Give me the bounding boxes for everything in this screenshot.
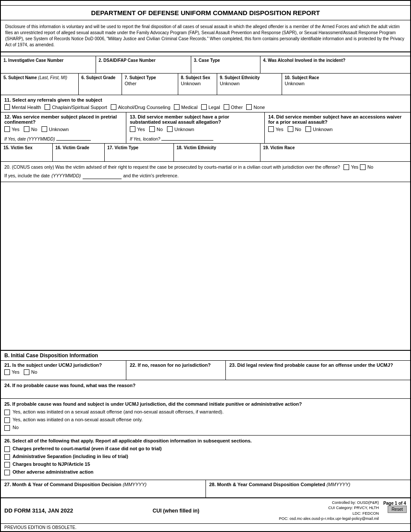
q14-unknown-checkbox[interactable] (305, 126, 311, 132)
q28-label-text: 28. Month & Year Command Disposition Com… (209, 482, 325, 487)
q13-label: 13. Did service member subject have a pr… (130, 114, 261, 125)
referral-legal-label: Legal (209, 105, 220, 110)
referral-medical-checkbox[interactable] (174, 104, 180, 110)
referral-legal-checkbox[interactable] (201, 104, 207, 110)
q12-date-field[interactable] (56, 135, 91, 141)
subject-grade-value[interactable] (81, 81, 119, 93)
row-referrals: 11. Select any referrals given to the su… (1, 95, 410, 112)
q22-input[interactable] (130, 369, 222, 375)
q13-no-label: No (157, 127, 163, 132)
case-type-value[interactable] (194, 64, 257, 71)
q27-input[interactable] (4, 489, 202, 494)
alcohol-value[interactable] (263, 64, 408, 71)
q14-yes: Yes (268, 126, 283, 132)
q20-yes-item: Yes (344, 164, 358, 171)
q20-yes-checkbox[interactable] (344, 164, 349, 170)
referral-chaplain-checkbox[interactable] (45, 104, 50, 110)
q26-opt2-checkbox[interactable] (4, 454, 10, 460)
victim-grade-input[interactable] (55, 151, 102, 156)
victim-sex-value[interactable] (3, 151, 50, 160)
referral-medical-label: Medical (181, 105, 198, 110)
victim-race-value[interactable] (263, 151, 408, 160)
q20-no-checkbox[interactable] (360, 164, 366, 170)
q12-unknown-checkbox[interactable] (42, 126, 47, 132)
col-q12: 12. Was service member subject placed in… (1, 112, 126, 143)
q13-yes-checkbox[interactable] (130, 126, 135, 132)
q13-no-checkbox[interactable] (149, 126, 155, 132)
q14-yes-checkbox[interactable] (268, 126, 274, 132)
subject-name-input[interactable] (3, 81, 76, 86)
victim-race-input[interactable] (263, 151, 408, 156)
victim-ethnicity-value[interactable] (177, 151, 257, 160)
q28-input[interactable] (209, 489, 407, 494)
subject-name-value[interactable] (3, 81, 76, 93)
q28-value[interactable] (209, 489, 407, 496)
referral-none-checkbox[interactable] (246, 104, 252, 110)
victim-grade-value[interactable] (55, 151, 102, 160)
subject-ethnicity-label: 9. Subject Ethnicity (220, 75, 279, 80)
victim-ethnicity-input[interactable] (177, 151, 257, 156)
q14-no-checkbox[interactable] (288, 126, 293, 132)
q20-date-field[interactable] (83, 173, 122, 179)
referral-chaplain: Chaplain/Spiritual Support (45, 104, 107, 110)
q13-unknown-checkbox[interactable] (167, 126, 173, 132)
footer-prev-text: PREVIOUS EDITION IS OBSOLETE. (4, 525, 77, 530)
cell-victim-type: 17. Victim Type (105, 144, 174, 161)
q25-opt2-checkbox[interactable] (4, 417, 10, 423)
q13-label-text: 13. Did service member subject have a pr… (130, 114, 229, 125)
form-page: DEPARTMENT OF DEFENSE UNIFORM COMMAND DI… (0, 0, 411, 532)
q22-value[interactable] (130, 369, 222, 378)
alcohol-input[interactable] (263, 64, 408, 69)
dsaid-value[interactable] (99, 64, 188, 71)
q21-no-checkbox[interactable] (24, 369, 29, 375)
inv-case-value[interactable] (3, 64, 93, 71)
row-q20: 20. (CONUS cases only) Was the victim ad… (1, 162, 410, 182)
referral-other-checkbox[interactable] (224, 104, 229, 110)
reset-button[interactable]: Reset (388, 506, 407, 513)
q26-opt1-row: Charges preferred to court-martial (even… (4, 446, 407, 452)
victim-type-label-text: 17. Victim Type (107, 145, 138, 150)
q23-value[interactable] (229, 369, 407, 378)
referral-alcohol: Alcohol/Drug Counseling (111, 104, 170, 110)
q25-opt2-label: Yes, action was initiated on a non-sexua… (13, 417, 143, 422)
col-q23: 23. Did legal review find probable cause… (226, 361, 410, 380)
q13-location-field[interactable] (161, 135, 213, 141)
q24-value[interactable] (4, 388, 407, 396)
q12-yes-checkbox[interactable] (4, 126, 10, 132)
footer-main: DD FORM 3114, JAN 2022 CUI (when filled … (1, 498, 410, 523)
q13-yes-label: Yes (137, 127, 145, 132)
subject-race-label-text: 10. Subject Race (285, 75, 319, 80)
q26-label: 26. Select all of the following that app… (4, 438, 407, 443)
subject-grade-input[interactable] (81, 81, 119, 86)
case-type-input[interactable] (194, 64, 257, 69)
victim-type-label: 17. Victim Type (107, 145, 171, 150)
q13-location-label: If Yes, location? (130, 137, 160, 141)
q27-value[interactable] (4, 489, 202, 496)
victim-type-input[interactable] (107, 151, 171, 156)
alcohol-label: 4. Was Alcohol Involved in the incident? (263, 58, 408, 63)
referral-mental-health-checkbox[interactable] (4, 104, 10, 110)
q24-input[interactable] (4, 388, 407, 393)
inv-case-input[interactable] (3, 64, 93, 69)
q25-opt3-checkbox[interactable] (4, 425, 10, 431)
q26-opt4-checkbox[interactable] (4, 470, 10, 475)
q25-opt2-row: Yes, action was initiated on a non-sexua… (4, 417, 407, 423)
q23-input[interactable] (229, 369, 407, 375)
cell-alcohol: 4. Was Alcohol Involved in the incident? (260, 56, 410, 73)
q14-unknown-label: Unknown (313, 127, 333, 132)
victim-type-value[interactable] (107, 151, 171, 160)
victim-sex-input[interactable] (3, 151, 50, 156)
dsaid-input[interactable] (99, 64, 188, 69)
referral-other: Other (224, 104, 243, 110)
referral-alcohol-checkbox[interactable] (111, 104, 116, 110)
q12-no-checkbox[interactable] (24, 126, 29, 132)
q26-opt3-checkbox[interactable] (4, 462, 10, 468)
q14-no: No (288, 126, 301, 132)
q26-opt3-row: Charges brought to NJP/Article 15 (4, 461, 407, 468)
q25-opt1-checkbox[interactable] (4, 410, 10, 415)
q21-yes-checkbox[interactable] (4, 369, 10, 375)
subject-sex-value: Unknown (181, 81, 214, 93)
subject-race-text: Unknown (285, 81, 305, 86)
q27-italic: (MMYYYY) (123, 482, 147, 487)
q26-opt1-checkbox[interactable] (4, 446, 10, 452)
